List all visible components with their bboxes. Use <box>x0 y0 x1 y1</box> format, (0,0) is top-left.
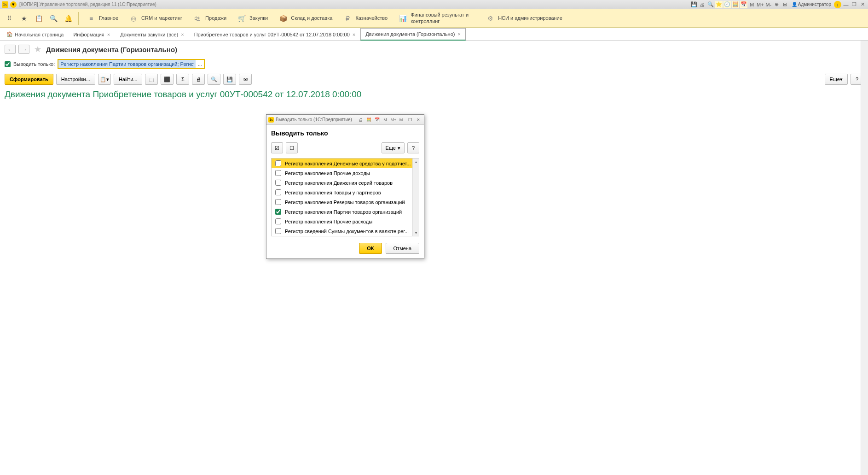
tab-acquisition[interactable]: Приобретение товаров и услуг 00УТ-000542… <box>189 29 361 40</box>
m-icon[interactable]: M <box>748 1 756 8</box>
user-label[interactable]: 👤 Администратор <box>792 2 831 7</box>
list-item[interactable]: Регистр накопления Товары у партнеров <box>272 188 419 197</box>
sum-button[interactable]: Σ <box>176 74 189 85</box>
list-item[interactable]: Регистр накопления Денежные средства у п… <box>272 158 419 168</box>
list-item[interactable]: Регистр накопления Прочие доходы <box>272 168 419 178</box>
m-plus-icon[interactable]: M+ <box>757 1 764 8</box>
section-purchases[interactable]: 🛒Закупки <box>232 9 273 27</box>
tab-movements[interactable]: Движения документа (Горизонтально)× <box>360 28 466 41</box>
filter-more-button[interactable]: ... <box>196 61 204 67</box>
section-sales[interactable]: 🛍Продажи <box>188 9 232 27</box>
tab-info[interactable]: Информация× <box>68 29 115 40</box>
modal-window-title: Выводить только (1С:Предприятие) <box>276 117 357 122</box>
zoom-icon[interactable]: ⊕ <box>773 1 781 8</box>
find-button[interactable]: Найти... <box>114 74 143 85</box>
restore-icon[interactable]: ❐ <box>851 1 858 8</box>
section-finance[interactable]: 📊Финансовый результат и контроллинг <box>393 9 480 27</box>
list-item-label: Регистр накопления Товары у партнеров <box>285 190 381 195</box>
save-icon[interactable]: 💾 <box>690 1 698 8</box>
more-label: Еще <box>830 76 840 82</box>
close-window-icon[interactable]: ✕ <box>859 1 866 8</box>
save-button[interactable]: 💾 <box>223 74 236 85</box>
mail-button[interactable]: ✉ <box>239 74 252 85</box>
favorite-star-icon[interactable]: ★ <box>34 44 41 54</box>
print-icon[interactable]: 🖨 <box>699 1 706 8</box>
close-icon[interactable]: × <box>353 32 355 37</box>
preview-button[interactable]: 🔍 <box>208 74 220 85</box>
modal-help-button[interactable]: ? <box>407 142 419 153</box>
scrollbar-vertical[interactable] <box>861 41 868 475</box>
settings-button[interactable]: Настройки... <box>56 74 95 85</box>
list-item[interactable]: Регистр накопления Прочие расходы <box>272 217 419 226</box>
ok-button[interactable]: ОК <box>359 243 382 254</box>
section-crm[interactable]: ◎CRM и маркетинг <box>124 9 188 27</box>
cart-icon: 🛒 <box>237 14 246 23</box>
section-admin[interactable]: ⚙НСИ и администрирование <box>480 9 568 27</box>
minimize-icon[interactable]: — <box>842 1 850 8</box>
list-checkbox[interactable] <box>275 218 281 224</box>
modal-m-plus-icon[interactable]: M+ <box>390 117 397 123</box>
close-icon[interactable]: × <box>457 31 460 37</box>
list-checkbox[interactable] <box>275 180 281 186</box>
modal-more-button[interactable]: Еще ▾ <box>382 142 405 153</box>
list-item[interactable]: Регистр накопления Партии товаров органи… <box>272 207 419 217</box>
app-menu-dropdown[interactable]: ▾ <box>10 1 17 8</box>
history-icon[interactable]: 🕘 <box>723 1 731 8</box>
calendar-icon[interactable]: 📅 <box>740 1 747 8</box>
collapse-button[interactable]: ⬛ <box>161 74 174 85</box>
more-button[interactable]: Еще ▾ <box>825 74 848 85</box>
nav-back-button[interactable]: ← <box>5 45 16 54</box>
section-main[interactable]: ≡Главное <box>81 9 124 27</box>
modal-more-label: Еще <box>386 145 396 151</box>
modal-dialog: 1c Выводить только (1С:Предприятие) 🖨 🧮 … <box>266 114 424 259</box>
list-scrollbar[interactable]: ▴▾ <box>412 158 419 236</box>
modal-restore-icon[interactable]: ❐ <box>406 117 414 123</box>
section-treasury[interactable]: ₽Казначейство <box>338 9 393 27</box>
m-minus-icon[interactable]: M- <box>765 1 772 8</box>
output-only-checkbox[interactable] <box>5 61 11 67</box>
print-button[interactable]: 🖨 <box>192 74 205 85</box>
modal-m-minus-icon[interactable]: M- <box>398 117 405 123</box>
list-checkbox[interactable] <box>275 189 281 195</box>
close-icon[interactable]: × <box>181 32 184 37</box>
cancel-button[interactable]: Отмена <box>386 243 419 254</box>
section-warehouse[interactable]: 📦Склад и доставка <box>273 9 338 27</box>
list-checkbox[interactable] <box>275 199 281 205</box>
modal-print-icon[interactable]: 🖨 <box>357 117 364 123</box>
modal-close-icon[interactable]: ✕ <box>415 117 422 123</box>
list-checkbox[interactable] <box>275 228 281 234</box>
check-all-button[interactable]: ☑ <box>271 142 283 153</box>
tab-label: Информация <box>73 32 104 37</box>
report-title: Движения документа Приобретение товаров … <box>5 89 863 100</box>
generate-button[interactable]: Сформировать <box>5 74 53 85</box>
uncheck-all-button[interactable]: ☐ <box>286 142 298 153</box>
modal-calendar-icon[interactable]: 📅 <box>373 117 381 123</box>
list-item[interactable]: Регистр сведений Суммы документов в валю… <box>272 226 419 236</box>
list-checkbox[interactable] <box>275 160 281 166</box>
nav-forward-button[interactable]: → <box>18 45 29 54</box>
grid-icon[interactable]: ⊞ <box>781 1 789 8</box>
modal-m-icon[interactable]: M <box>382 117 389 123</box>
expand-button[interactable]: ⬚ <box>145 74 158 85</box>
list-checkbox[interactable] <box>275 209 281 215</box>
clipboard-icon[interactable]: 📋 <box>33 13 44 24</box>
apps-icon[interactable]: ⠿ <box>4 13 15 24</box>
search-icon[interactable]: 🔍 <box>48 13 59 24</box>
info-icon[interactable]: i <box>834 1 841 8</box>
calculator-icon[interactable]: 🧮 <box>732 1 739 8</box>
scroll-down-icon[interactable]: ▾ <box>413 229 419 236</box>
list-item[interactable]: Регистр накопления Резервы товаров орган… <box>272 197 419 207</box>
list-item[interactable]: Регистр накопления Движения серий товаро… <box>272 178 419 188</box>
favorites-icon[interactable]: ⭐ <box>715 1 723 8</box>
preview-icon[interactable]: 🔍 <box>707 1 714 8</box>
star-icon[interactable]: ★ <box>18 13 29 24</box>
list-checkbox[interactable] <box>275 170 281 176</box>
tab-documents[interactable]: Документы закупки (все)× <box>115 29 189 40</box>
close-icon[interactable]: × <box>107 32 110 37</box>
copy-button[interactable]: 📋▾ <box>98 74 111 85</box>
modal-calc-icon[interactable]: 🧮 <box>365 117 372 123</box>
scroll-up-icon[interactable]: ▴ <box>413 158 419 165</box>
bell-icon[interactable]: 🔔 <box>63 13 74 24</box>
tab-home[interactable]: 🏠 Начальная страница <box>2 29 68 40</box>
filter-input[interactable] <box>58 60 196 68</box>
